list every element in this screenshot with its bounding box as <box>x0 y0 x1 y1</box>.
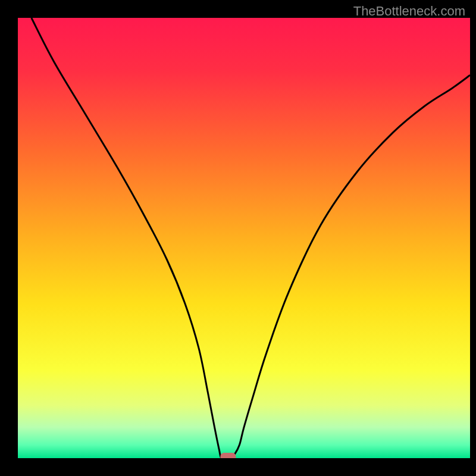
frame-right <box>470 0 476 476</box>
bottleneck-chart <box>0 0 476 476</box>
frame-left <box>0 0 18 476</box>
chart-canvas <box>0 0 476 476</box>
watermark-text: TheBottleneck.com <box>353 4 465 19</box>
gradient-background <box>18 18 470 458</box>
frame-bottom <box>0 458 476 476</box>
